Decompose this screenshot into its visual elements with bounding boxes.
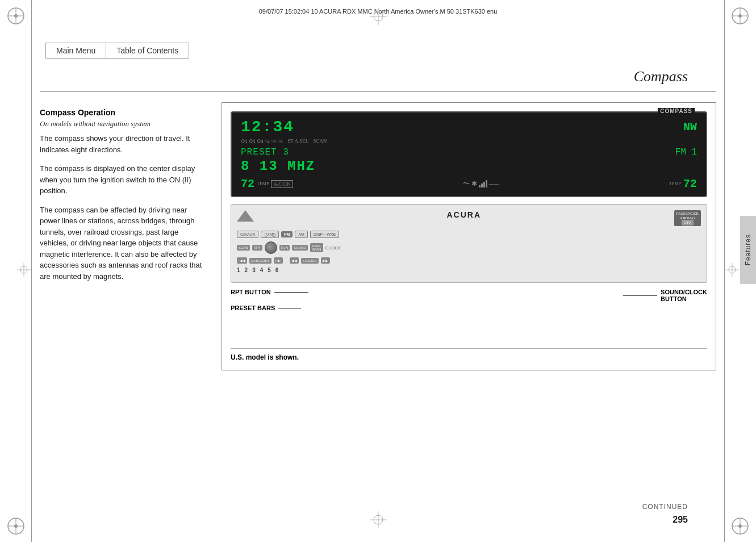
display-row-freq: 8 13 MHZ: [241, 159, 697, 174]
diagram-labels-container: RPT BUTTON SOUND/CLOCK BUTTON PRESET BAR…: [231, 289, 707, 320]
temp-left-label: TEMP: [257, 181, 269, 186]
compass-label: COMPASS: [658, 108, 695, 114]
temp-left-group: 72 TEMP A/C ON: [241, 177, 293, 190]
status-icons: 〜 ✱ ——: [463, 179, 499, 189]
bar-4: [486, 180, 487, 187]
preset-5: 5: [268, 267, 271, 273]
disp-button: DISP→WXE: [310, 231, 339, 238]
preset-line: [278, 308, 301, 308]
main-menu-button[interactable]: Main Menu: [45, 43, 106, 59]
preset-station: PRESET 3: [241, 147, 289, 157]
text-column: Compass Operation On models without navi…: [40, 97, 204, 497]
scan-button: SCAN: [237, 245, 250, 251]
bottom-crosshair: [370, 511, 387, 531]
asterisk-icon: ✱: [471, 180, 477, 188]
preset-dot-3: ⊙₃: [257, 138, 264, 144]
acura-logo: ACURA: [447, 210, 482, 219]
rpt-button: RPT: [252, 245, 262, 251]
page-title: Compass: [634, 68, 688, 85]
fun-button: FUN: [279, 245, 290, 251]
left-crosshair: [17, 263, 31, 279]
wave-icon: 〜: [463, 179, 470, 189]
dash-separator: ——: [489, 181, 499, 187]
am-button: AM: [295, 231, 308, 238]
spacer: [285, 258, 287, 263]
scan-label: SCAN: [313, 138, 327, 144]
frequency-display: 8 13 MHZ: [241, 159, 315, 174]
paragraph-3: The compass can be affected by driving n…: [40, 205, 204, 282]
sound-clock-button-label: SOUND/CLOCK BUTTON: [661, 289, 707, 302]
navigation-buttons: Main Menu Table of Contents: [45, 43, 189, 59]
preset-1: 1: [237, 267, 240, 273]
preset-4: 4: [260, 267, 264, 273]
category-button: CATEGORY: [249, 258, 272, 264]
bar-2: [481, 184, 483, 187]
preset-number-buttons: 1 2 3 4 5 6: [237, 267, 278, 273]
eject-section: [237, 210, 254, 224]
fm-button: FM: [281, 231, 293, 237]
left-border-rule: [31, 0, 32, 542]
preset-2: 2: [245, 267, 248, 273]
ac-on-indicator: A/C ON: [271, 180, 293, 188]
paragraph-1: The compass shows your direction of trav…: [40, 133, 204, 155]
source-buttons-row: CD/AUX ((XM)) FM AM DISP→WXE: [237, 231, 701, 238]
folder-button: FOLDER: [301, 258, 318, 264]
eject-triangle-icon: [237, 210, 254, 222]
preset-dot-2: ⊙₂: [249, 138, 256, 144]
main-content: Compass Operation On models without navi…: [40, 97, 716, 497]
display-direction: NW: [683, 120, 697, 134]
paragraph-2: The compass is displayed on the center d…: [40, 163, 204, 197]
right-border-rule: [724, 0, 725, 542]
xm-button: ((XM)): [261, 231, 279, 238]
continued-label: CONTINUED: [642, 503, 688, 511]
corner-decoration-bl: [6, 516, 26, 536]
passenger-button: PASSENGERAIRBAGOFF: [674, 210, 701, 226]
preset-3: 3: [252, 267, 256, 273]
diagram-column: COMPASS 12:34 NW ⊙₁ ⊙₂ ⊙₃ ○₄ ○₅ ○₆: [222, 97, 716, 497]
asel-button: A.SELSCAN: [310, 243, 323, 252]
next-track-button: ▶▶: [321, 257, 330, 264]
cd-aux-button: CD/AUX: [237, 231, 258, 238]
transport-row: |◀◀ CATEGORY P▶| ◀◀ FOLDER ▶▶: [237, 257, 701, 264]
volume-knob: [265, 241, 277, 254]
title-divider: [40, 91, 716, 91]
sound-label-group: SOUND/CLOCK BUTTON: [623, 289, 707, 302]
features-sidebar-tab: Features: [740, 216, 756, 284]
temp-right-group: TEMP 72: [669, 177, 697, 190]
radio-top-row: ACURA PASSENGERAIRBAGOFF: [237, 210, 701, 226]
sound-button: SOUND: [292, 245, 308, 251]
prev-track-button: ◀◀: [290, 257, 299, 264]
temp-left-value: 72: [241, 177, 254, 190]
page-number: 295: [673, 515, 688, 525]
radio-unit-diagram: ACURA PASSENGERAIRBAGOFF CD/AUX ((XM)) F…: [231, 204, 707, 283]
table-of-contents-button[interactable]: Table of Contents: [106, 43, 189, 59]
right-crosshair: [725, 263, 739, 279]
compass-display: COMPASS 12:34 NW ⊙₁ ⊙₂ ⊙₃ ○₄ ○₅ ○₆: [231, 111, 707, 197]
display-row-time: 12:34 NW: [241, 118, 697, 136]
corner-decoration-tr: [730, 6, 750, 26]
section-subtitle: On models without navigation system: [40, 119, 204, 128]
display-row-preset-fm: PRESET 3 FM 1: [241, 147, 697, 157]
display-row-temp: 72 TEMP A/C ON 〜 ✱ ——: [241, 177, 697, 190]
st-a-sel-label: ST A.SEL: [287, 138, 308, 144]
diagram-caption: U.S. model is shown.: [231, 348, 707, 361]
rpt-button-label: RPT BUTTON: [231, 289, 271, 295]
preset-dot-5: ○₅: [271, 138, 276, 144]
rpt-label-group: RPT BUTTON: [231, 289, 308, 295]
display-row-presets: ⊙₁ ⊙₂ ⊙₃ ○₄ ○₅ ○₆ ST A.SEL SCAN: [241, 138, 697, 144]
fm-band: FM 1: [675, 147, 697, 157]
top-crosshair: [370, 8, 387, 27]
preset-label-group: PRESET BARS: [231, 305, 301, 311]
diagram-box: COMPASS 12:34 NW ⊙₁ ⊙₂ ⊙₃ ○₄ ○₅ ○₆: [222, 102, 716, 370]
display-time: 12:34: [241, 118, 294, 136]
signal-bars: [479, 180, 487, 187]
temp-right-label: TEMP: [669, 181, 681, 186]
bar-3: [483, 182, 485, 187]
bar-1: [479, 185, 481, 187]
p-button: P▶|: [274, 257, 283, 264]
temp-right-value: 72: [683, 177, 697, 190]
corner-decoration-tl: [6, 6, 26, 26]
clock-label: CLOCK: [325, 245, 341, 251]
preset-dot-6: ○₆: [278, 138, 283, 144]
preset-6: 6: [275, 267, 279, 273]
